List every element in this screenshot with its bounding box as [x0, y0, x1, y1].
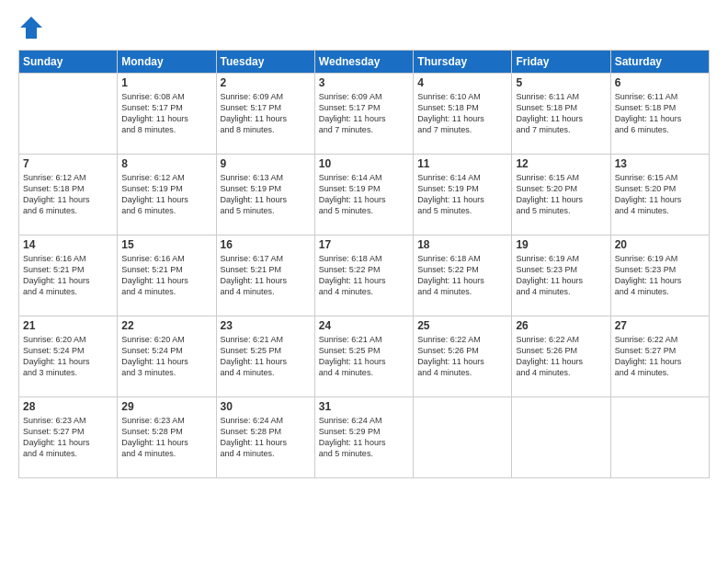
calendar-cell: [19, 74, 118, 155]
calendar-cell: 18Sunrise: 6:18 AM Sunset: 5:22 PM Dayli…: [414, 236, 512, 316]
calendar-cell: 30Sunrise: 6:24 AM Sunset: 5:28 PM Dayli…: [216, 397, 314, 478]
day-number: 10: [319, 157, 409, 170]
week-row-0: 1Sunrise: 6:08 AM Sunset: 5:17 PM Daylig…: [19, 74, 710, 155]
week-row-4: 28Sunrise: 6:23 AM Sunset: 5:27 PM Dayli…: [19, 397, 710, 478]
header-day-saturday: Saturday: [610, 51, 709, 74]
week-row-1: 7Sunrise: 6:12 AM Sunset: 5:18 PM Daylig…: [19, 155, 710, 236]
day-number: 27: [615, 319, 705, 332]
header-row: SundayMondayTuesdayWednesdayThursdayFrid…: [19, 51, 710, 74]
calendar-cell: 2Sunrise: 6:09 AM Sunset: 5:17 PM Daylig…: [216, 74, 314, 155]
calendar-cell: 26Sunrise: 6:22 AM Sunset: 5:26 PM Dayli…: [512, 316, 610, 397]
cell-info: Sunrise: 6:18 AM Sunset: 5:22 PM Dayligh…: [319, 253, 409, 298]
calendar-cell: 21Sunrise: 6:20 AM Sunset: 5:24 PM Dayli…: [19, 316, 118, 397]
calendar-cell: 25Sunrise: 6:22 AM Sunset: 5:26 PM Dayli…: [414, 316, 512, 397]
cell-info: Sunrise: 6:13 AM Sunset: 5:19 PM Dayligh…: [221, 172, 311, 217]
cell-info: Sunrise: 6:24 AM Sunset: 5:29 PM Dayligh…: [319, 415, 409, 460]
cell-info: Sunrise: 6:22 AM Sunset: 5:26 PM Dayligh…: [417, 334, 507, 379]
calendar-cell: 11Sunrise: 6:14 AM Sunset: 5:19 PM Dayli…: [414, 155, 512, 236]
calendar-cell: 29Sunrise: 6:23 AM Sunset: 5:28 PM Dayli…: [118, 397, 216, 478]
day-number: 24: [319, 319, 409, 332]
calendar-cell: 10Sunrise: 6:14 AM Sunset: 5:19 PM Dayli…: [314, 155, 413, 236]
day-number: 1: [121, 76, 211, 89]
calendar-cell: 8Sunrise: 6:12 AM Sunset: 5:19 PM Daylig…: [118, 155, 216, 236]
day-number: 8: [121, 157, 211, 170]
cell-info: Sunrise: 6:15 AM Sunset: 5:20 PM Dayligh…: [615, 172, 705, 217]
cell-info: Sunrise: 6:16 AM Sunset: 5:21 PM Dayligh…: [121, 253, 211, 298]
day-number: 20: [615, 238, 705, 251]
logo-icon: [18, 15, 44, 40]
calendar-cell: [512, 397, 610, 478]
day-number: 26: [516, 319, 606, 332]
cell-info: Sunrise: 6:23 AM Sunset: 5:28 PM Dayligh…: [121, 415, 211, 460]
calendar-cell: 19Sunrise: 6:19 AM Sunset: 5:23 PM Dayli…: [512, 236, 610, 316]
header-day-monday: Monday: [118, 51, 216, 74]
calendar-cell: 7Sunrise: 6:12 AM Sunset: 5:18 PM Daylig…: [19, 155, 118, 236]
cell-info: Sunrise: 6:10 AM Sunset: 5:18 PM Dayligh…: [417, 91, 507, 136]
day-number: 7: [23, 157, 113, 170]
cell-info: Sunrise: 6:15 AM Sunset: 5:20 PM Dayligh…: [516, 172, 606, 217]
cell-info: Sunrise: 6:14 AM Sunset: 5:19 PM Dayligh…: [417, 172, 507, 217]
calendar-cell: 13Sunrise: 6:15 AM Sunset: 5:20 PM Dayli…: [610, 155, 709, 236]
calendar-body: 1Sunrise: 6:08 AM Sunset: 5:17 PM Daylig…: [19, 74, 710, 478]
calendar-cell: 23Sunrise: 6:21 AM Sunset: 5:25 PM Dayli…: [216, 316, 314, 397]
header-day-tuesday: Tuesday: [216, 51, 314, 74]
calendar-cell: [414, 397, 512, 478]
cell-info: Sunrise: 6:24 AM Sunset: 5:28 PM Dayligh…: [221, 415, 311, 460]
day-number: 22: [121, 319, 211, 332]
day-number: 6: [615, 76, 705, 89]
day-number: 14: [23, 238, 113, 251]
calendar-cell: [610, 397, 709, 478]
calendar-cell: 6Sunrise: 6:11 AM Sunset: 5:18 PM Daylig…: [610, 74, 709, 155]
cell-info: Sunrise: 6:19 AM Sunset: 5:23 PM Dayligh…: [516, 253, 606, 298]
calendar-cell: 20Sunrise: 6:19 AM Sunset: 5:23 PM Dayli…: [610, 236, 709, 316]
day-number: 18: [417, 238, 507, 251]
cell-info: Sunrise: 6:12 AM Sunset: 5:19 PM Dayligh…: [121, 172, 211, 217]
cell-info: Sunrise: 6:09 AM Sunset: 5:17 PM Dayligh…: [221, 91, 311, 136]
day-number: 30: [221, 400, 311, 413]
week-row-2: 14Sunrise: 6:16 AM Sunset: 5:21 PM Dayli…: [19, 236, 710, 316]
cell-info: Sunrise: 6:19 AM Sunset: 5:23 PM Dayligh…: [615, 253, 705, 298]
calendar-cell: 5Sunrise: 6:11 AM Sunset: 5:18 PM Daylig…: [512, 74, 610, 155]
header-day-thursday: Thursday: [414, 51, 512, 74]
calendar-cell: 27Sunrise: 6:22 AM Sunset: 5:27 PM Dayli…: [610, 316, 709, 397]
svg-marker-0: [20, 17, 42, 39]
cell-info: Sunrise: 6:11 AM Sunset: 5:18 PM Dayligh…: [615, 91, 705, 136]
calendar-cell: 14Sunrise: 6:16 AM Sunset: 5:21 PM Dayli…: [19, 236, 118, 316]
day-number: 25: [417, 319, 507, 332]
day-number: 3: [319, 76, 409, 89]
logo: [18, 15, 48, 40]
header: [18, 15, 710, 40]
calendar-cell: 9Sunrise: 6:13 AM Sunset: 5:19 PM Daylig…: [216, 155, 314, 236]
calendar-cell: 4Sunrise: 6:10 AM Sunset: 5:18 PM Daylig…: [414, 74, 512, 155]
cell-info: Sunrise: 6:18 AM Sunset: 5:22 PM Dayligh…: [417, 253, 507, 298]
day-number: 2: [221, 76, 311, 89]
calendar-cell: 12Sunrise: 6:15 AM Sunset: 5:20 PM Dayli…: [512, 155, 610, 236]
day-number: 15: [121, 238, 211, 251]
calendar-cell: 15Sunrise: 6:16 AM Sunset: 5:21 PM Dayli…: [118, 236, 216, 316]
day-number: 5: [516, 76, 606, 89]
cell-info: Sunrise: 6:22 AM Sunset: 5:26 PM Dayligh…: [516, 334, 606, 379]
day-number: 4: [417, 76, 507, 89]
day-number: 19: [516, 238, 606, 251]
cell-info: Sunrise: 6:22 AM Sunset: 5:27 PM Dayligh…: [615, 334, 705, 379]
calendar-cell: 31Sunrise: 6:24 AM Sunset: 5:29 PM Dayli…: [314, 397, 413, 478]
header-day-wednesday: Wednesday: [314, 51, 413, 74]
calendar-header: SundayMondayTuesdayWednesdayThursdayFrid…: [19, 51, 710, 74]
cell-info: Sunrise: 6:21 AM Sunset: 5:25 PM Dayligh…: [319, 334, 409, 379]
day-number: 23: [221, 319, 311, 332]
cell-info: Sunrise: 6:12 AM Sunset: 5:18 PM Dayligh…: [23, 172, 113, 217]
calendar-cell: 24Sunrise: 6:21 AM Sunset: 5:25 PM Dayli…: [314, 316, 413, 397]
cell-info: Sunrise: 6:08 AM Sunset: 5:17 PM Dayligh…: [121, 91, 211, 136]
header-day-sunday: Sunday: [19, 51, 118, 74]
cell-info: Sunrise: 6:09 AM Sunset: 5:17 PM Dayligh…: [319, 91, 409, 136]
day-number: 13: [615, 157, 705, 170]
cell-info: Sunrise: 6:11 AM Sunset: 5:18 PM Dayligh…: [516, 91, 606, 136]
week-row-3: 21Sunrise: 6:20 AM Sunset: 5:24 PM Dayli…: [19, 316, 710, 397]
cell-info: Sunrise: 6:17 AM Sunset: 5:21 PM Dayligh…: [221, 253, 311, 298]
calendar-cell: 1Sunrise: 6:08 AM Sunset: 5:17 PM Daylig…: [118, 74, 216, 155]
cell-info: Sunrise: 6:20 AM Sunset: 5:24 PM Dayligh…: [121, 334, 211, 379]
calendar-cell: 28Sunrise: 6:23 AM Sunset: 5:27 PM Dayli…: [19, 397, 118, 478]
day-number: 16: [221, 238, 311, 251]
calendar-cell: 17Sunrise: 6:18 AM Sunset: 5:22 PM Dayli…: [314, 236, 413, 316]
day-number: 29: [121, 400, 211, 413]
